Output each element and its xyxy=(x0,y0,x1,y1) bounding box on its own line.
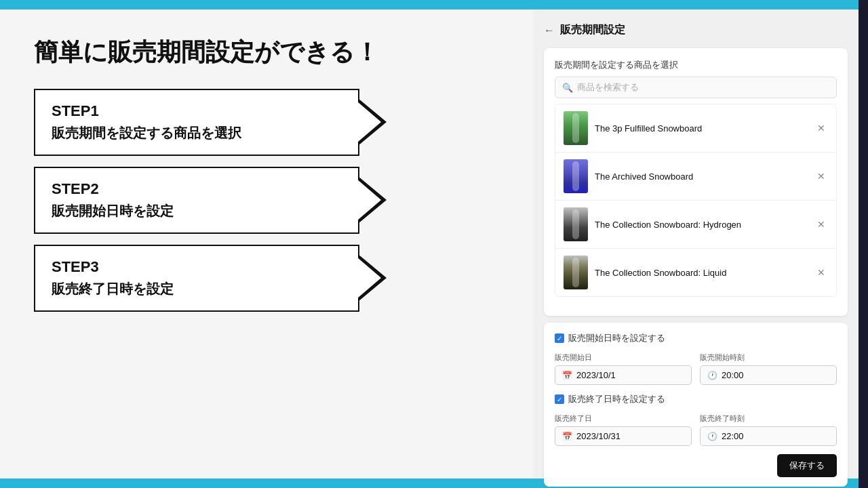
right-panel: ← 販売期間設定 販売期間を設定する商品を選択 🔍 商品を検索する The 3p… xyxy=(533,9,859,479)
step-2-box: STEP2 販売開始日時を設定 xyxy=(34,167,359,234)
end-checkbox-label: 販売終了日時を設定する xyxy=(568,393,665,405)
product-item-0: The 3p Fulfilled Snowboard ✕ xyxy=(555,104,836,152)
clock-icon-start: 🕐 xyxy=(707,371,717,380)
end-date-field: 販売終了日 📅 2023/10/31 xyxy=(555,413,692,446)
search-bar[interactable]: 🔍 商品を検索する xyxy=(555,77,837,98)
end-checkbox[interactable] xyxy=(555,394,564,404)
step-2-arrow-inner xyxy=(357,180,381,220)
right-bar xyxy=(859,0,868,488)
product-selection-card: 販売期間を設定する商品を選択 🔍 商品を検索する The 3p Fulfille… xyxy=(544,48,848,316)
product-item-1: The Archived Snowboard ✕ xyxy=(555,152,836,201)
left-panel: 簡単に販売期間設定ができる！ STEP1 販売期間を設定する商品を選択 STEP… xyxy=(0,9,533,479)
product-name-1: The Archived Snowboard xyxy=(595,171,808,182)
product-list: The 3p Fulfilled Snowboard ✕ The Archive… xyxy=(555,104,837,297)
start-date-field: 販売開始日 📅 2023/10/1 xyxy=(555,352,692,385)
start-date-value: 2023/10/1 xyxy=(576,370,616,380)
start-checkbox-row: 販売開始日時を設定する xyxy=(555,332,837,344)
remove-btn-1[interactable]: ✕ xyxy=(814,169,828,183)
product-img-2 xyxy=(564,207,588,241)
step-1-number: STEP1 xyxy=(52,102,342,120)
product-img-3 xyxy=(564,256,588,289)
start-date-label: 販売開始日 xyxy=(555,352,692,363)
end-time-field: 販売終了時刻 🕐 22:00 xyxy=(700,413,837,446)
panel-title: 販売期間設定 xyxy=(560,23,625,37)
top-bar xyxy=(0,0,868,9)
datetime-section: 販売開始日時を設定する 販売開始日 📅 2023/10/1 販売開始時刻 🕐 2… xyxy=(544,323,848,487)
step-2-number: STEP2 xyxy=(52,180,342,198)
start-date-input[interactable]: 📅 2023/10/1 xyxy=(555,365,692,385)
product-name-3: The Collection Snowboard: Liquid xyxy=(595,268,808,278)
save-button[interactable]: 保存する xyxy=(777,454,837,477)
step-2-desc: 販売開始日時を設定 xyxy=(52,202,342,220)
step-3-number: STEP3 xyxy=(52,258,342,276)
end-time-input[interactable]: 🕐 22:00 xyxy=(700,426,837,446)
clock-icon-end: 🕐 xyxy=(707,432,717,441)
start-time-value: 20:00 xyxy=(722,370,744,380)
calendar-icon-start: 📅 xyxy=(562,371,572,380)
product-name-2: The Collection Snowboard: Hydrogen xyxy=(595,220,808,230)
step-1-desc: 販売期間を設定する商品を選択 xyxy=(52,124,342,142)
end-date-row: 販売終了日 📅 2023/10/31 販売終了時刻 🕐 22:00 xyxy=(555,413,837,446)
end-date-label: 販売終了日 xyxy=(555,413,692,424)
main-content: 簡単に販売期間設定ができる！ STEP1 販売期間を設定する商品を選択 STEP… xyxy=(0,9,859,479)
back-arrow-icon[interactable]: ← xyxy=(544,24,555,37)
start-checkbox[interactable] xyxy=(555,333,564,343)
calendar-icon-end: 📅 xyxy=(562,432,572,441)
end-time-value: 22:00 xyxy=(722,431,744,441)
panel-header: ← 販売期間設定 xyxy=(544,23,848,37)
start-time-label: 販売開始時刻 xyxy=(700,352,837,363)
step-3-box: STEP3 販売終了日時を設定 xyxy=(34,245,359,312)
search-icon: 🔍 xyxy=(562,83,573,93)
end-checkbox-row: 販売終了日時を設定する xyxy=(555,393,837,405)
step-3-arrow-inner xyxy=(357,258,381,298)
step-3-desc: 販売終了日時を設定 xyxy=(52,280,342,298)
end-time-label: 販売終了時刻 xyxy=(700,413,837,424)
search-placeholder: 商品を検索する xyxy=(577,81,639,94)
save-btn-row: 保存する xyxy=(555,454,837,477)
start-checkbox-label: 販売開始日時を設定する xyxy=(568,332,665,344)
remove-btn-3[interactable]: ✕ xyxy=(814,266,828,279)
main-title: 簡単に販売期間設定ができる！ xyxy=(34,37,499,68)
end-date-input[interactable]: 📅 2023/10/31 xyxy=(555,426,692,446)
product-item-3: The Collection Snowboard: Liquid ✕ xyxy=(555,249,836,296)
start-time-input[interactable]: 🕐 20:00 xyxy=(700,365,837,385)
remove-btn-2[interactable]: ✕ xyxy=(814,218,828,231)
remove-btn-0[interactable]: ✕ xyxy=(814,121,828,135)
end-date-value: 2023/10/31 xyxy=(576,431,620,441)
step-1-box: STEP1 販売期間を設定する商品を選択 xyxy=(34,89,359,156)
product-section-label: 販売期間を設定する商品を選択 xyxy=(555,59,837,71)
step-1-arrow-inner xyxy=(357,102,381,142)
product-name-0: The 3p Fulfilled Snowboard xyxy=(595,123,808,134)
product-img-1 xyxy=(564,159,588,193)
start-time-field: 販売開始時刻 🕐 20:00 xyxy=(700,352,837,385)
steps-container: STEP1 販売期間を設定する商品を選択 STEP2 販売開始日時を設定 STE… xyxy=(34,89,499,312)
product-img-0 xyxy=(564,111,588,145)
start-date-row: 販売開始日 📅 2023/10/1 販売開始時刻 🕐 20:00 xyxy=(555,352,837,385)
product-item-2: The Collection Snowboard: Hydrogen ✕ xyxy=(555,201,836,249)
